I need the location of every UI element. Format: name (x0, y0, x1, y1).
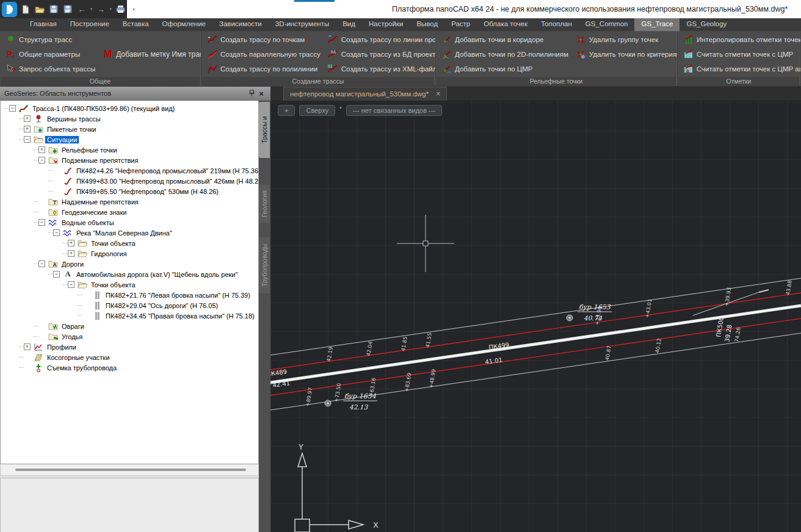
tree-item[interactable]: ПК482+29.04 "Ось дороги" (Н 76.05) (1, 300, 258, 311)
collapse-icon[interactable]: − (24, 136, 31, 143)
tree-item[interactable]: Геодезические знаки (1, 207, 258, 217)
drawing-canvas[interactable]: + Сверху ▾ --- нет связанных видов --- (270, 101, 801, 532)
tree-item[interactable]: ПК482+4.26 "Нефтепровод промысловый" 219… (1, 165, 258, 176)
tree-item[interactable]: −Подземные препятствия (1, 155, 258, 165)
ribbon-button[interactable]: MДобавить метку Имя трассы (101, 48, 201, 62)
station-tick-label: +48.99 (428, 368, 437, 389)
palette-bottom-pane (0, 478, 259, 532)
ribbon-tab-Зависимости[interactable]: Зависимости (212, 18, 269, 31)
tree-item[interactable]: ПК482+21.76 "Левая бровка насыпи" (Н 75.… (1, 290, 258, 300)
side-tab-Трубопроводы[interactable]: Трубопроводы (259, 237, 270, 293)
collapse-icon[interactable]: − (53, 229, 60, 236)
tree-item[interactable]: TНадземные препятствия (1, 196, 258, 207)
ribbon-tab-Вывод[interactable]: Вывод (410, 18, 444, 31)
ribbon-button[interactable]: Добавить точки по 2D-полилиниям (440, 47, 570, 61)
tree-item[interactable]: Съемка трубопровода (1, 362, 258, 373)
ribbon-tab-Вид[interactable]: Вид (336, 18, 362, 31)
tree-item[interactable]: ПК499+85.50 "Нефтепровод" 530мм (Н 48.26… (1, 186, 258, 196)
undo-dropdown-icon[interactable]: ▾ (90, 7, 93, 12)
ribbon-tab-Оформление[interactable]: Оформление (156, 18, 212, 31)
ribbon-button[interactable]: БДСоздать трассу из БД проекта (326, 47, 436, 61)
new-file-icon[interactable] (20, 3, 31, 15)
tree-item[interactable]: +Профили (1, 342, 258, 352)
ribbon-tab-GS_Trace[interactable]: GS_Trace (634, 18, 680, 31)
ribbon-tab-Облака точек[interactable]: Облака точек (477, 18, 534, 31)
ribbon-button[interactable]: Интерполировать отметки точек (681, 32, 801, 46)
ribbon-button[interactable]: Добавить точки по ЦМР (440, 62, 570, 76)
open-file-icon[interactable] (34, 3, 45, 15)
collapse-icon[interactable]: − (53, 271, 60, 278)
collapse-icon[interactable]: − (9, 105, 16, 112)
undo-icon[interactable]: ← (76, 3, 87, 15)
view-direction-button[interactable]: Сверху (299, 105, 335, 116)
print-icon[interactable] (115, 3, 126, 15)
collapse-icon[interactable]: − (38, 219, 45, 226)
ribbon-tab-GS_Common[interactable]: GS_Common (579, 18, 635, 31)
tree-item-label: ПК499+85.50 "Нефтепровод" 530мм (Н 48.26… (74, 188, 220, 195)
ribbon-button[interactable]: Создать трассу из XML-файла (326, 62, 436, 76)
ribbon-button[interactable]: aСчитать отметки точек с ЦМР авто (681, 62, 801, 76)
tree-horizontal-scrollbar[interactable] (0, 464, 259, 476)
ribbon-tab-Растр[interactable]: Растр (444, 18, 477, 31)
ribbon-tab-Построение[interactable]: Построение (63, 18, 116, 31)
tree-item[interactable]: Косогорные участки (1, 352, 258, 362)
ribbon-tab-GS_Geology[interactable]: GS_Geology (680, 18, 733, 31)
tree-item[interactable]: −Точки объекта (1, 279, 258, 290)
ribbon-button[interactable]: Создать трассу по полилинии (205, 62, 322, 76)
document-tab[interactable]: нефтепровод магистральный_530мм.dwg* × (283, 87, 447, 101)
toolbar-options-icon[interactable]: ▾ (132, 7, 135, 12)
tree-item[interactable]: +Точки объекта (1, 238, 258, 248)
ribbon-button[interactable]: Удалить группу точек (574, 32, 678, 46)
ribbon-tab-Топоплан[interactable]: Топоплан (534, 18, 579, 31)
ribbon-button[interactable]: +Создать трассу по точкам (205, 32, 322, 46)
tree-item[interactable]: ♣♣Угодья (1, 331, 258, 342)
redo-dropdown-icon[interactable]: ▾ (110, 7, 112, 12)
side-tab-Геология[interactable]: Геология (259, 185, 270, 223)
ribbon-button[interactable]: Создать параллельную трассу (205, 47, 322, 61)
expand-icon[interactable]: + (38, 146, 45, 153)
expand-icon[interactable]: + (24, 343, 31, 350)
tree-item[interactable]: +◆Рельефные точки (1, 145, 258, 155)
save-icon[interactable] (48, 3, 59, 15)
close-document-icon[interactable]: × (436, 90, 440, 98)
ribbon-tab-3D-инструменты[interactable]: 3D-инструменты (269, 18, 336, 31)
expand-icon[interactable]: + (24, 115, 31, 122)
ribbon-button[interactable]: Структура трасс (4, 32, 97, 46)
tree-item[interactable]: ПК482+34.45 "Правая бровка насыпи" (Н 75… (1, 311, 258, 321)
tree-item[interactable]: −AДороги (1, 259, 258, 269)
tree-item[interactable]: ПК499+83.00 "Нефтепровод промысловый" 42… (1, 176, 258, 186)
ribbon-tab-Настройки[interactable]: Настройки (362, 18, 410, 31)
collapse-icon[interactable]: − (68, 281, 74, 288)
pin-icon[interactable] (247, 89, 256, 98)
ribbon-button[interactable]: Создать трассу по линии профиля (326, 32, 436, 46)
tree-item[interactable]: −Водные объекты (1, 217, 258, 228)
view-dropdown-icon[interactable]: ▾ (339, 106, 342, 110)
ribbon-button[interactable]: P:Общие параметры (4, 47, 97, 61)
side-tab-Трассы и Профили[interactable]: Трассы и Профили (259, 102, 270, 158)
ribbon-button[interactable]: ?Запрос объекта трассы (4, 62, 97, 76)
ribbon-button[interactable]: Удалить точки по критериям (574, 47, 678, 61)
expand-icon[interactable]: + (68, 240, 74, 246)
ribbon-button[interactable]: Считать отметки точек с ЦМР (681, 47, 801, 61)
ribbon-button[interactable]: Добавить точки в коридоре (440, 32, 570, 46)
tree-item[interactable]: −Трасса-1 (ПК480-ПК503+99.86) (текущий в… (1, 103, 258, 113)
tree-item[interactable]: −Река "Малая Северная Двина" (1, 228, 258, 238)
collapse-icon[interactable]: − (38, 261, 45, 267)
ribbon-tab-Главная[interactable]: Главная (23, 18, 63, 31)
tree-item[interactable]: +Гидрология (1, 248, 258, 259)
tree-item[interactable]: −AАвтомобильная дорога (кат.V) "Щебень в… (1, 269, 258, 279)
tree-item[interactable]: Овраги (1, 321, 258, 331)
save-all-icon[interactable]: ✓ (62, 3, 73, 15)
close-palette-icon[interactable]: × (256, 89, 266, 98)
expand-icon[interactable]: + (24, 126, 31, 132)
add-viewport-button[interactable]: + (278, 105, 295, 116)
scrollbar-thumb[interactable] (15, 469, 246, 471)
collapse-icon[interactable]: − (38, 157, 45, 164)
expand-icon[interactable]: + (68, 250, 74, 257)
ribbon-tab-Вставка[interactable]: Вставка (116, 18, 156, 31)
tree-item[interactable]: +Вершины трассы (1, 113, 258, 124)
tree-item[interactable]: −Ситуации (1, 134, 258, 145)
redo-icon[interactable]: → (96, 3, 107, 15)
linked-views-button[interactable]: --- нет связанных видов --- (346, 105, 442, 116)
tree-item[interactable]: +◆Пикетные точки (1, 124, 258, 134)
